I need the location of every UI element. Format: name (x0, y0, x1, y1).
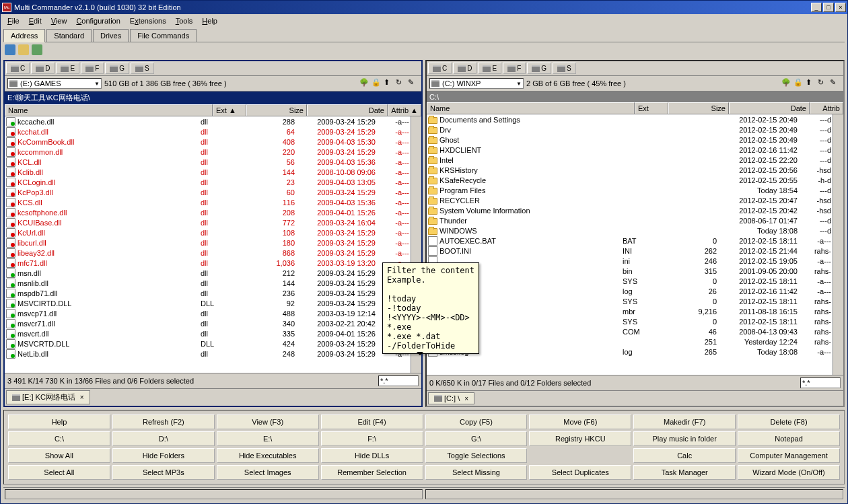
fn-button[interactable]: Toggle Selections (425, 448, 528, 463)
file-row[interactable]: HXDCLIENT2012-02-16 11:42---d (427, 145, 833, 155)
drive-tab-C[interactable]: C (428, 63, 452, 74)
tab-file-commands[interactable]: File Commands (130, 29, 197, 42)
menu-file[interactable]: File (3, 15, 24, 26)
file-row[interactable]: SYS02012-02-15 18:11rahs- (427, 316, 833, 326)
scrollbar[interactable] (833, 114, 843, 375)
file-row[interactable]: KCS.dlldll1162009-04-03 15:36-a--- (5, 197, 411, 207)
file-row[interactable]: mfc71.dlldll1,0362003-03-19 13:20-a--- (5, 258, 411, 268)
fn-button[interactable]: View (F3) (217, 415, 319, 429)
col-ext[interactable]: Ext (635, 102, 668, 114)
file-row[interactable]: SYS02012-02-15 18:11-a--- (427, 276, 833, 286)
fn-button[interactable]: Show All (8, 448, 110, 463)
col-ext[interactable]: Ext ▲ (213, 104, 246, 116)
fn-button[interactable]: G:\ (425, 431, 528, 446)
drive-tab-S[interactable]: S (131, 63, 154, 74)
col-date[interactable]: Date (729, 102, 810, 114)
menu-tools[interactable]: Tools (172, 15, 197, 26)
drive-tab-E[interactable]: E (56, 63, 79, 74)
drive-tab-E[interactable]: E (478, 63, 501, 74)
file-row[interactable]: ini2462012-02-15 19:05-a--- (427, 256, 833, 266)
file-row[interactable]: KRSHistory2012-02-15 20:56-hsd (427, 165, 833, 175)
file-row[interactable]: System Volume Information2012-02-15 20:4… (427, 205, 833, 215)
fn-button[interactable]: Hide Executables (217, 448, 319, 463)
fn-button[interactable]: Calc (633, 448, 736, 463)
file-row[interactable]: KcUrl.dlldll1082009-03-24 15:29-a--- (5, 227, 411, 238)
back-icon[interactable] (5, 44, 15, 55)
file-row[interactable]: KCLogin.dlldll232009-04-03 13:05-a--- (5, 177, 411, 187)
fn-button[interactable]: D:\ (112, 431, 215, 446)
tree-icon[interactable]: 🌳 (781, 78, 792, 89)
col-attr[interactable]: Attrib (810, 102, 843, 114)
file-row[interactable]: Kclib.dlldll1442008-10-08 09:06-a--- (5, 167, 411, 177)
fn-button[interactable]: Select MP3s (112, 465, 215, 480)
file-row[interactable]: Ghost2012-02-15 20:49---d (427, 135, 833, 145)
file-row[interactable]: kccache.dlldll2882009-03-24 15:29-a--- (5, 116, 411, 127)
drive-tab-C[interactable]: C (6, 63, 30, 74)
fn-button[interactable]: Notepad (738, 431, 840, 446)
fn-button[interactable]: Hide Folders (112, 448, 215, 463)
file-row[interactable]: libcurl.dlldll1802009-03-24 15:29-a--- (5, 238, 411, 248)
fn-button[interactable]: Delete (F8) (738, 415, 840, 429)
fn-button[interactable]: Remember Selection (321, 465, 423, 480)
file-row[interactable]: WINDOWSToday 18:08---d (427, 225, 833, 236)
col-name[interactable]: Name (5, 104, 213, 116)
close-button[interactable]: × (835, 3, 846, 12)
file-row[interactable]: Thunder2008-06-17 01:47---d (427, 215, 833, 225)
file-row[interactable]: libeay32.dlldll8682009-03-24 15:29-a--- (5, 248, 411, 258)
file-row[interactable]: NetLib.dlldll2482009-03-24 15:29-a--- (5, 349, 411, 359)
file-row[interactable]: msvcp71.dlldll4882003-03-19 12:14-a--- (5, 308, 411, 318)
fn-button[interactable]: F:\ (321, 431, 423, 446)
tab-standard[interactable]: Standard (46, 29, 92, 42)
left-filter-input[interactable] (378, 375, 419, 386)
file-row[interactable]: SYS02012-02-15 18:11rahs- (427, 296, 833, 306)
file-row[interactable]: 251Yesterday 12:24rahs- (427, 336, 833, 347)
titlebar[interactable]: Mc Multi Commander v2.1.0 (build 1030) 3… (1, 1, 847, 14)
col-size[interactable]: Size (246, 104, 307, 116)
file-row[interactable]: Documents and Settings2012-02-15 20:49--… (427, 114, 833, 124)
file-row[interactable]: BOOT.INIINI2622012-02-15 21:44rahs- (427, 246, 833, 256)
drive-tab-F[interactable]: F (503, 63, 526, 74)
file-row[interactable]: log262012-02-16 11:42-a--- (427, 286, 833, 296)
file-row[interactable]: Drv2012-02-15 20:49---d (427, 124, 833, 135)
fn-button[interactable]: Help (8, 415, 110, 429)
file-row[interactable]: KSafeRecycle2012-02-15 20:55-h-d (427, 175, 833, 185)
file-row[interactable]: KCUIBase.dlldll7722009-03-24 16:04-a--- (5, 217, 411, 227)
up-icon[interactable]: ⬆ (384, 78, 394, 89)
close-tab-icon[interactable]: × (80, 394, 84, 401)
file-row[interactable]: kccommon.dlldll2202009-03-24 15:29-a--- (5, 147, 411, 157)
fn-button[interactable]: Refresh (F2) (112, 415, 215, 429)
copy-icon[interactable] (18, 44, 29, 55)
drive-tab-G[interactable]: G (527, 63, 551, 74)
right-panel-tab[interactable]: [C:] \ × (428, 392, 474, 404)
file-row[interactable]: bin3152001-09-05 20:00rahs- (427, 266, 833, 276)
menu-edit[interactable]: Edit (25, 15, 46, 26)
file-row[interactable]: msvcrt.dlldll3352009-04-01 15:26-a--- (5, 328, 411, 338)
file-row[interactable]: Program FilesToday 18:54---d (427, 185, 833, 195)
refresh-icon[interactable]: ↻ (396, 78, 407, 89)
left-panel-tab[interactable]: [E:] KC网络电话 × (6, 390, 90, 404)
left-path[interactable]: E:\聊天工具\KC网络电话\ (5, 92, 421, 104)
col-name[interactable]: Name (427, 102, 635, 114)
right-path[interactable]: C:\ (427, 92, 843, 102)
drive-tab-S[interactable]: S (553, 63, 576, 74)
fn-button[interactable]: Select All (8, 465, 110, 480)
file-row[interactable]: smss.loglog265Today 18:08-a--- (427, 347, 833, 357)
fn-button[interactable]: Wizard Mode (On/Off) (738, 465, 840, 480)
right-file-list[interactable]: Documents and Settings2012-02-15 20:49--… (427, 114, 833, 375)
goto-icon[interactable] (32, 44, 42, 55)
minimize-button[interactable]: _ (811, 3, 822, 12)
menu-extensions[interactable]: Extensions (126, 15, 170, 26)
col-date[interactable]: Date (307, 104, 388, 116)
file-row[interactable]: kcchat.dlldll642009-03-24 15:29-a--- (5, 127, 411, 137)
wand-icon[interactable]: ✎ (408, 78, 419, 89)
lock-icon[interactable]: 🔒 (793, 78, 804, 89)
file-row[interactable]: msvcr71.dlldll3402003-02-21 20:42-a--- (5, 318, 411, 328)
right-drive-select[interactable]: (C:) WINXP ▼ (429, 78, 524, 89)
fn-button[interactable]: Move (F6) (529, 415, 631, 429)
lock-icon[interactable]: 🔒 (372, 78, 382, 89)
wand-icon[interactable]: ✎ (830, 78, 841, 89)
file-row[interactable]: RECYCLER2012-02-15 20:47-hsd (427, 195, 833, 205)
fn-button[interactable]: Makedir (F7) (633, 415, 736, 429)
file-row[interactable]: KcCommBook.dlldll4082009-04-03 15:30-a--… (5, 137, 411, 147)
file-row[interactable]: kcsoftphone.dlldll2082009-04-01 15:26-a-… (5, 207, 411, 217)
